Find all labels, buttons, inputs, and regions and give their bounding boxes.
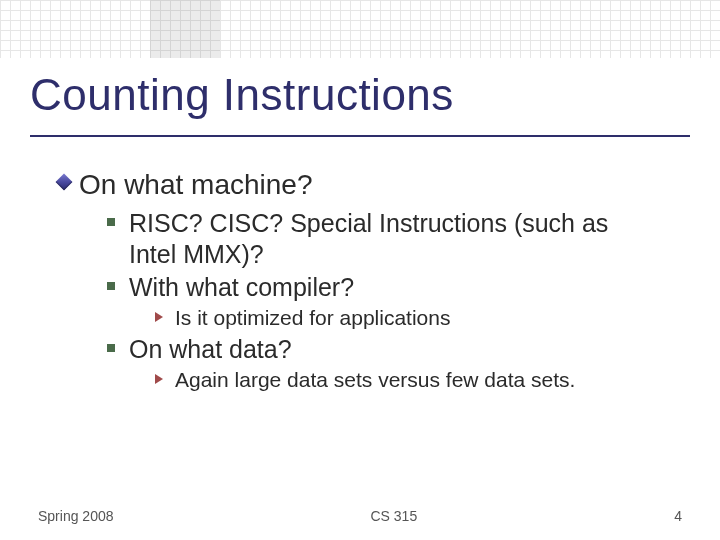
bullet-level3: Is it optimized for applications (151, 305, 680, 331)
square-icon (103, 344, 119, 352)
bullet-text: RISC? CISC? Special Instructions (such a… (129, 208, 649, 271)
top-shadow-decoration (150, 0, 220, 58)
slide-footer: Spring 2008 CS 315 4 (0, 508, 720, 524)
square-icon (103, 218, 119, 226)
square-icon (103, 282, 119, 290)
triangle-icon (151, 374, 167, 384)
slide-body: On what machine? RISC? CISC? Special Ins… (55, 160, 680, 395)
footer-right: 4 (674, 508, 682, 524)
slide-title: Counting Instructions (30, 70, 454, 120)
top-grid-decoration (0, 0, 720, 58)
bullet-text: Is it optimized for applications (175, 305, 450, 331)
bullet-text: On what machine? (79, 168, 312, 202)
bullet-text: With what compiler? (129, 272, 354, 303)
triangle-icon (151, 312, 167, 322)
bullet-level2: On what data? (103, 334, 680, 365)
footer-center: CS 315 (371, 508, 418, 524)
diamond-icon (55, 176, 73, 188)
bullet-level1: On what machine? (55, 168, 680, 202)
slide: Counting Instructions On what machine? R… (0, 0, 720, 540)
bullet-level2: RISC? CISC? Special Instructions (such a… (103, 208, 680, 271)
bullet-level3: Again large data sets versus few data se… (151, 367, 680, 393)
bullet-text: Again large data sets versus few data se… (175, 367, 575, 393)
bullet-text: On what data? (129, 334, 292, 365)
bullet-level2: With what compiler? (103, 272, 680, 303)
title-underline (30, 135, 690, 137)
footer-left: Spring 2008 (38, 508, 114, 524)
